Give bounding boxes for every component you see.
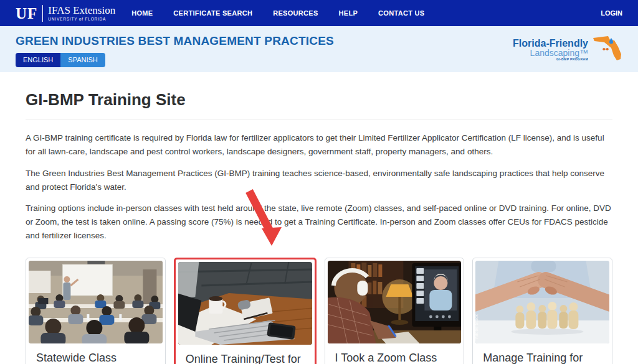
ffl-logo-line1: Florida-Friendly (513, 39, 588, 49)
logo-title: IFAS Extension (48, 5, 115, 16)
intro-paragraph-2: The Green Industries Best Management Pra… (26, 167, 612, 194)
title-divider (26, 119, 612, 119)
card-statewide-class-schedule[interactable]: Statewide Class Schedule Search the stat… (26, 258, 166, 364)
nav-item-contact-us[interactable]: CONTACT US (378, 9, 424, 17)
spanish-button[interactable]: SPANISH (60, 53, 105, 67)
card-i-took-a-zoom-class[interactable]: I Took a Zoom Class Fill out the require… (325, 258, 465, 364)
classroom-photo (29, 261, 163, 343)
hands-over-figures-photo: Adobe Stock (475, 261, 609, 343)
login-button[interactable]: LOGIN (601, 9, 622, 17)
florida-map-icon (592, 34, 624, 65)
florida-friendly-landscaping-logo: Florida-Friendly Landscaping™ GI-BMP PRO… (513, 34, 624, 65)
page-header-band: GREEN INDUSTRIES BEST MANAGEMENT PRACTIC… (0, 26, 638, 72)
nav-item-certificate-search[interactable]: CERTIFICATE SEARCH (173, 9, 252, 17)
language-switcher: ENGLISH SPANISH (16, 53, 105, 67)
stock-watermark: Adobe Stock (475, 314, 478, 339)
nav-menu: HOME CERTIFICATE SEARCH RESOURCES HELP C… (131, 9, 424, 17)
english-button[interactable]: ENGLISH (16, 53, 60, 67)
nav-item-home[interactable]: HOME (131, 9, 153, 17)
ffl-logo-line3: GI-BMP PROGRAM (513, 58, 588, 61)
ffl-logo-line2: Landscaping™ (513, 49, 588, 58)
card-title: Online Training/Test for Myself (186, 352, 305, 364)
card-online-training-test-for-myself[interactable]: Online Training/Test for Myself Purchase… (174, 258, 317, 364)
card-title: I Took a Zoom Class (335, 351, 454, 364)
card-manage-training-for-employees[interactable]: Adobe Stock Manage Training for Employee… (472, 258, 612, 364)
page-title: GI-BMP Training Site (26, 90, 612, 110)
card-title: Statewide Class Schedule (36, 351, 155, 364)
nav-item-help[interactable]: HELP (339, 9, 358, 17)
card-title: Manage Training for Employees (483, 351, 602, 364)
top-navbar: UF IFAS Extension UNIVERSITY of FLORIDA … (0, 0, 638, 26)
zoom-call-photo (328, 261, 462, 343)
intro-paragraph-1: A GI-BMP training certificate is require… (26, 131, 612, 159)
uf-logo-mark: UF (16, 6, 37, 21)
logo-subtitle: UNIVERSITY of FLORIDA (48, 17, 115, 21)
nav-item-resources[interactable]: RESOURCES (273, 9, 318, 17)
intro-paragraph-3: Training options include in-person class… (26, 202, 612, 243)
desk-laptop-photo (178, 262, 312, 345)
option-cards-row: Statewide Class Schedule Search the stat… (26, 258, 612, 364)
main-content: GI-BMP Training Site A GI-BMP training c… (0, 90, 638, 364)
logo-divider (42, 5, 43, 22)
uf-ifas-logo[interactable]: UF IFAS Extension UNIVERSITY of FLORIDA (16, 5, 115, 22)
